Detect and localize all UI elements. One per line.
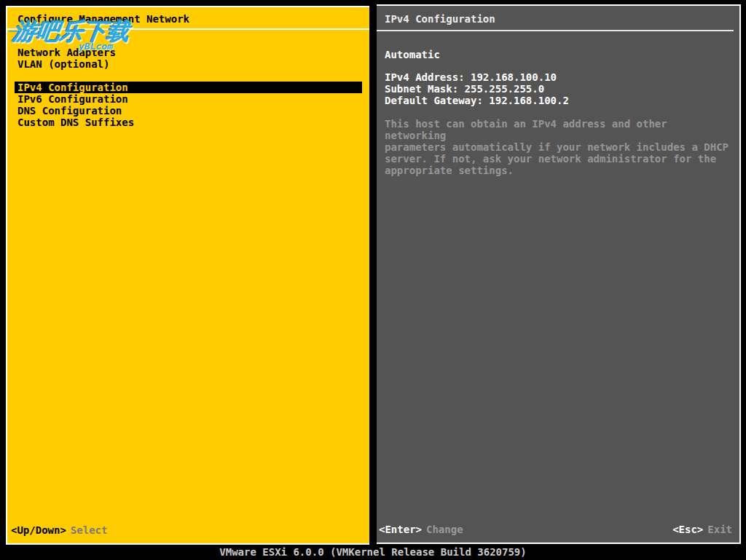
menu-item-dns-configuration[interactable]: DNS Configuration	[15, 105, 364, 117]
esxi-version-statusbar: VMware ESXi 6.0.0 (VMKernel Release Buil…	[0, 545, 746, 560]
configure-management-network-panel: Configure Management Network Network Ada…	[6, 6, 369, 545]
change-action-label: Change	[426, 524, 463, 535]
exit-action-label: Exit	[707, 524, 732, 535]
esc-exit-hint: <Esc>Exit	[672, 524, 732, 535]
enter-change-hint: <Enter>Change	[379, 524, 463, 535]
updown-select-hint: <Up/Down>Select	[11, 524, 107, 536]
field-ipv4-address: IPv4 Address: 192.168.100.10	[385, 71, 569, 83]
ipv4-configuration-panel: IPv4 Configuration Automatic IPv4 Addres…	[377, 4, 741, 544]
updown-key-label: <Up/Down>	[11, 524, 66, 536]
menu-item-ipv6-configuration[interactable]: IPv6 Configuration	[15, 93, 364, 105]
menu-item-network-adapters[interactable]: Network Adapters	[15, 47, 364, 58]
dhcp-description-text: This host can obtain an IPv4 address and…	[385, 118, 732, 176]
menu-item-vlan-optional-[interactable]: VLAN (optional)	[15, 58, 364, 70]
ipv4-mode-value: Automatic	[385, 49, 440, 60]
network-settings-menu: Network AdaptersVLAN (optional)IPv4 Conf…	[15, 47, 364, 128]
enter-key-label: <Enter>	[379, 524, 422, 535]
menu-item-custom-dns-suffixes[interactable]: Custom DNS Suffixes	[15, 117, 364, 128]
field-subnet-mask: Subnet Mask: 255.255.255.0	[385, 83, 569, 95]
esc-key-label: <Esc>	[672, 524, 703, 535]
watermark-speedline	[9, 31, 52, 32]
ipv4-settings-list: IPv4 Address: 192.168.100.10Subnet Mask:…	[385, 71, 569, 106]
key-hints-row: <Enter>Change <Esc>Exit	[379, 524, 732, 535]
select-action-label: Select	[71, 524, 108, 536]
esxi-version-text: VMware ESXi 6.0.0 (VMKernel Release Buil…	[219, 546, 526, 558]
field-default-gateway: Default Gateway: 192.168.100.2	[385, 95, 569, 106]
title-divider	[7, 28, 369, 30]
menu-item-ipv4-configuration[interactable]: IPv4 Configuration	[15, 82, 362, 93]
panel-title: IPv4 Configuration	[385, 13, 495, 25]
panel-title-divider	[377, 30, 734, 31]
page-title: Configure Management Network	[17, 13, 189, 25]
